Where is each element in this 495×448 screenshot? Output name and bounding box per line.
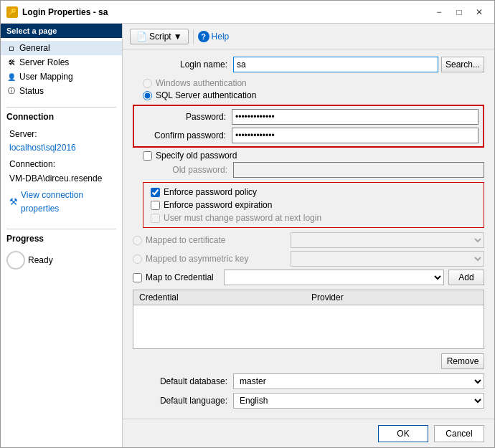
toolbar: 📄 Script ▼ ? Help	[123, 24, 494, 49]
specify-old-pwd-row: Specify old password	[133, 151, 484, 161]
mapped-cert-label: Mapped to certificate	[146, 235, 225, 245]
add-credential-button[interactable]: Add	[448, 270, 484, 285]
select-page-header: Select a page	[1, 24, 122, 38]
old-password-input[interactable]	[233, 162, 484, 178]
default-language-select[interactable]: English	[233, 393, 484, 409]
enforce-policy-row: Enforce password policy	[151, 187, 476, 197]
nav-item-user-mapping[interactable]: 👤 User Mapping	[1, 70, 122, 84]
user-mapping-icon: 👤	[6, 72, 16, 82]
enforce-policy-checkbox[interactable]	[151, 188, 160, 197]
minimize-button[interactable]: −	[430, 5, 448, 19]
server-label: Server:	[9, 128, 113, 141]
map-credential-label: Map to Credential	[146, 272, 214, 282]
nav-item-server-roles-label: Server Roles	[19, 57, 69, 67]
cancel-button[interactable]: Cancel	[434, 425, 484, 442]
progress-title: Progress	[6, 234, 116, 245]
window-title: Login Properties - sa	[22, 7, 108, 17]
mapped-key-radio-wrapper: Mapped to asymmetric key	[133, 254, 291, 264]
left-panel: Select a page 🗆 General 🛠 Server Roles 👤…	[1, 24, 123, 447]
default-database-label: Default database:	[133, 376, 233, 386]
login-name-label: Login name:	[133, 59, 233, 70]
mapped-key-label: Mapped to asymmetric key	[146, 254, 248, 264]
mapped-key-select[interactable]	[291, 251, 484, 267]
default-database-select[interactable]: master	[233, 373, 484, 389]
enforce-expiration-row: Enforce password expiration	[151, 200, 476, 210]
connection-value: VM-DBA\dirceu.resende	[9, 172, 113, 186]
nav-item-general-label: General	[19, 43, 50, 53]
nav-item-user-mapping-label: User Mapping	[19, 72, 73, 82]
login-name-input[interactable]	[233, 57, 438, 72]
help-button[interactable]: ? Help	[198, 31, 230, 42]
windows-auth-radio[interactable]	[143, 79, 152, 88]
progress-spinner	[6, 251, 25, 270]
title-bar: 🔑 Login Properties - sa − □ ✕	[1, 1, 494, 24]
view-conn-label: View connection properties	[21, 189, 113, 216]
script-button[interactable]: 📄 Script ▼	[130, 29, 189, 44]
general-icon: 🗆	[6, 43, 16, 53]
close-button[interactable]: ✕	[470, 5, 489, 19]
credentials-table-body	[133, 305, 484, 348]
password-input[interactable]	[232, 109, 478, 125]
search-button[interactable]: Search...	[441, 57, 484, 72]
title-bar-controls: − □ ✕	[430, 5, 489, 19]
credential-col-header: Credential	[136, 292, 308, 303]
mapped-cert-row: Mapped to certificate	[133, 232, 484, 248]
sql-auth-radio[interactable]	[143, 91, 152, 100]
progress-section: Progress Ready	[6, 229, 116, 272]
remove-button[interactable]: Remove	[441, 353, 484, 369]
confirm-password-input[interactable]	[232, 128, 478, 143]
connection-title: Connection	[6, 112, 116, 123]
specify-old-password-checkbox[interactable]	[143, 151, 152, 161]
auth-radio-group: Windows authentication SQL Server authen…	[133, 78, 484, 100]
confirm-password-label: Confirm password:	[138, 130, 232, 140]
connection-section: Connection Server: localhost\sql2016 Con…	[6, 107, 116, 217]
title-bar-left: 🔑 Login Properties - sa	[6, 6, 108, 18]
nav-item-general[interactable]: 🗆 General	[1, 41, 122, 55]
script-label: Script	[149, 32, 171, 42]
credentials-table-header: Credential Provider	[133, 290, 484, 305]
server-value: localhost\sql2016	[9, 141, 113, 155]
nav-item-status-label: Status	[19, 86, 44, 96]
view-connection-link[interactable]: ⚒ View connection properties	[9, 189, 113, 216]
default-database-row: Default database: master	[133, 373, 484, 389]
map-credential-check: Map to Credential	[133, 272, 214, 282]
mapped-cert-select[interactable]	[291, 232, 484, 248]
must-change-label: User must change password at next login	[164, 213, 321, 223]
progress-status: Ready	[28, 255, 53, 265]
help-label: Help	[212, 32, 230, 42]
mapped-cert-radio[interactable]	[133, 236, 142, 245]
right-panel: 📄 Script ▼ ? Help Login name: Search...	[123, 24, 494, 447]
mapped-key-radio[interactable]	[133, 254, 142, 264]
enforce-policy-label: Enforce password policy	[164, 187, 257, 197]
old-password-row: Old password:	[133, 162, 484, 178]
default-language-label: Default language:	[133, 396, 233, 406]
map-credential-select[interactable]	[224, 270, 444, 285]
enforce-expiration-label: Enforce password expiration	[164, 200, 272, 210]
server-roles-icon: 🛠	[6, 57, 16, 67]
login-name-row: Login name: Search...	[133, 57, 484, 72]
nav-item-server-roles[interactable]: 🛠 Server Roles	[1, 55, 122, 70]
status-icon: ⓘ	[6, 86, 16, 96]
enforce-expiration-checkbox[interactable]	[151, 201, 160, 210]
connection-label: Connection:	[9, 158, 113, 171]
password-row: Password:	[138, 109, 478, 125]
toolbar-separator	[193, 29, 194, 44]
password-label: Password:	[138, 112, 232, 122]
ok-button[interactable]: OK	[378, 425, 428, 442]
default-language-row: Default language: English	[133, 393, 484, 409]
provider-col-header: Provider	[308, 292, 481, 303]
sql-auth-row: SQL Server authentication	[143, 90, 484, 100]
map-credential-checkbox[interactable]	[133, 273, 142, 282]
nav-item-status[interactable]: ⓘ Status	[1, 84, 122, 98]
maximize-button[interactable]: □	[450, 5, 468, 19]
mapped-key-row: Mapped to asymmetric key	[133, 251, 484, 267]
script-dropdown-icon: ▼	[174, 32, 182, 42]
main-content: Select a page 🗆 General 🛠 Server Roles 👤…	[1, 24, 494, 447]
must-change-checkbox[interactable]	[151, 214, 160, 223]
must-change-row: User must change password at next login	[151, 213, 476, 223]
confirm-password-row: Confirm password:	[138, 128, 478, 143]
specify-old-password-label: Specify old password	[156, 151, 237, 161]
form-area: Login name: Search... Windows authentica…	[123, 49, 494, 419]
windows-auth-label: Windows authentication	[156, 78, 247, 88]
map-credential-row: Map to Credential Add	[133, 270, 484, 285]
